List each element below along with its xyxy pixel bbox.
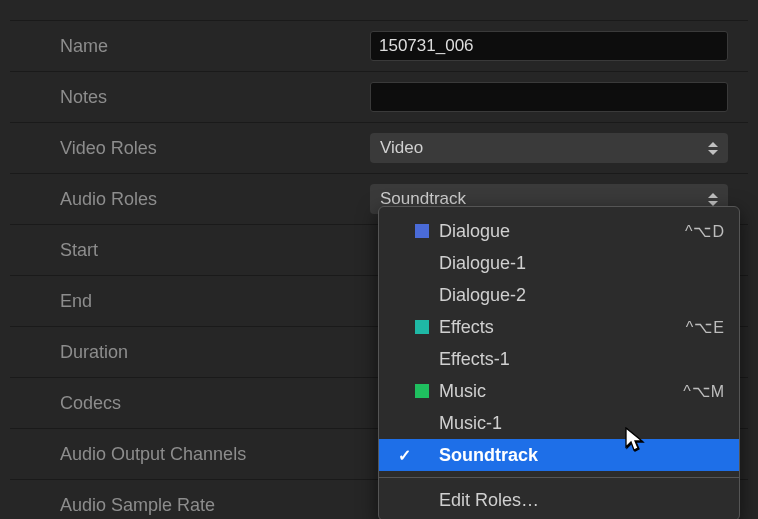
menu-item-edit-roles[interactable]: Edit Roles…	[379, 484, 739, 516]
label-end: End	[10, 291, 370, 312]
select-video-roles-value: Video	[380, 138, 423, 158]
notes-input[interactable]	[370, 82, 728, 112]
row-video-roles: Video Roles Video	[10, 123, 748, 174]
color-swatch-icon	[415, 288, 429, 302]
menu-item-music[interactable]: Music^⌥M	[379, 375, 739, 407]
color-swatch-icon	[415, 352, 429, 366]
menu-item-label: Dialogue-2	[439, 285, 725, 306]
label-audio-sample-rate: Audio Sample Rate	[10, 495, 370, 516]
menu-item-effects-1[interactable]: Effects-1	[379, 343, 739, 375]
menu-item-label: Edit Roles…	[439, 490, 725, 511]
row-notes: Notes	[10, 72, 748, 123]
menu-item-label: Dialogue	[439, 221, 685, 242]
label-video-roles: Video Roles	[10, 138, 370, 159]
menu-item-soundtrack[interactable]: ✓Soundtrack	[379, 439, 739, 471]
chevron-updown-icon	[708, 193, 718, 206]
label-start: Start	[10, 240, 370, 261]
color-swatch-icon	[415, 448, 429, 462]
label-notes: Notes	[10, 87, 370, 108]
menu-item-label: Soundtrack	[439, 445, 725, 466]
checkmark-icon: ✓	[393, 446, 415, 465]
audio-roles-menu[interactable]: Dialogue^⌥DDialogue-1Dialogue-2Effects^⌥…	[378, 206, 740, 519]
menu-item-effects[interactable]: Effects^⌥E	[379, 311, 739, 343]
menu-item-dialogue-2[interactable]: Dialogue-2	[379, 279, 739, 311]
label-audio-roles: Audio Roles	[10, 189, 370, 210]
color-swatch-icon	[415, 384, 429, 398]
menu-item-shortcut: ^⌥D	[685, 222, 725, 241]
color-swatch-icon	[415, 224, 429, 238]
menu-item-dialogue[interactable]: Dialogue^⌥D	[379, 215, 739, 247]
select-video-roles[interactable]: Video	[370, 133, 728, 163]
menu-item-dialogue-1[interactable]: Dialogue-1	[379, 247, 739, 279]
color-swatch-icon	[415, 256, 429, 270]
menu-item-shortcut: ^⌥M	[683, 382, 725, 401]
label-name: Name	[10, 36, 370, 57]
menu-item-label: Effects	[439, 317, 686, 338]
menu-item-label: Effects-1	[439, 349, 725, 370]
label-audio-output-channels: Audio Output Channels	[10, 444, 370, 465]
chevron-updown-icon	[708, 142, 718, 155]
menu-separator	[379, 477, 739, 478]
menu-item-label: Music	[439, 381, 683, 402]
menu-item-label: Music-1	[439, 413, 725, 434]
row-name: Name	[10, 20, 748, 72]
menu-item-shortcut: ^⌥E	[686, 318, 725, 337]
menu-item-label: Dialogue-1	[439, 253, 725, 274]
label-codecs: Codecs	[10, 393, 370, 414]
color-swatch-icon	[415, 320, 429, 334]
name-input[interactable]	[370, 31, 728, 61]
menu-item-music-1[interactable]: Music-1	[379, 407, 739, 439]
color-swatch-icon	[415, 416, 429, 430]
color-swatch-icon	[415, 493, 429, 507]
label-duration: Duration	[10, 342, 370, 363]
